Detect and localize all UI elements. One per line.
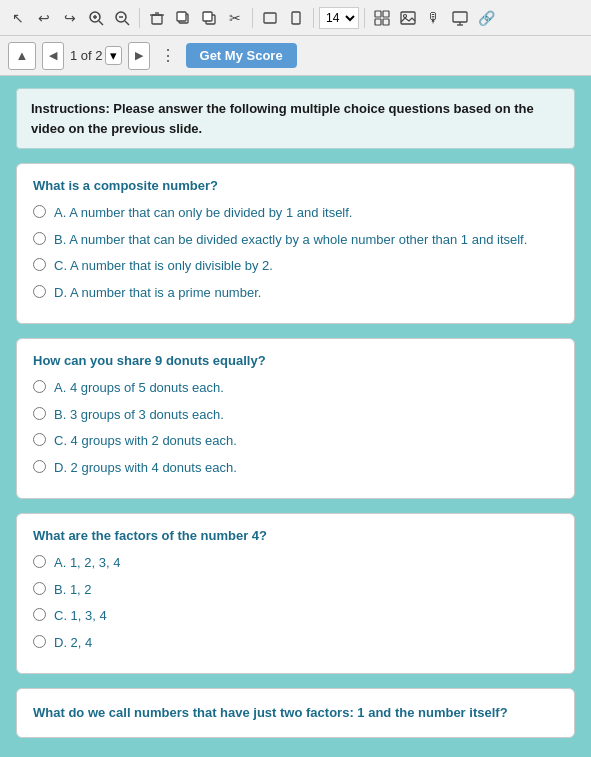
get-score-button[interactable]: Get My Score: [186, 43, 297, 68]
radio-2-b[interactable]: [33, 407, 46, 420]
nav-up-button[interactable]: ▲: [8, 42, 36, 70]
toolbar: ↖ ↩ ↪ ✂: [0, 0, 591, 36]
undo-icon[interactable]: ↩: [32, 6, 56, 30]
mic-icon[interactable]: 🎙: [422, 6, 446, 30]
radio-3-c[interactable]: [33, 608, 46, 621]
svg-line-5: [125, 21, 129, 25]
svg-rect-16: [375, 11, 381, 17]
svg-rect-17: [383, 11, 389, 17]
svg-point-21: [404, 14, 407, 17]
radio-2-a[interactable]: [33, 380, 46, 393]
answer-label-2-d: D. 2 groups with 4 donuts each.: [54, 458, 237, 478]
question-text-3: What are the factors of the number 4?: [33, 528, 558, 543]
answer-label-2-c: C. 4 groups with 2 donuts each.: [54, 431, 237, 451]
page-dropdown[interactable]: ▾: [105, 46, 122, 65]
answer-option-1-c[interactable]: C. A number that is only divisible by 2.: [33, 256, 558, 276]
zoom-in-icon[interactable]: [84, 6, 108, 30]
cursor-tool-icon[interactable]: ↖: [6, 6, 30, 30]
answer-label-1-c: C. A number that is only divisible by 2.: [54, 256, 273, 276]
answer-option-1-d[interactable]: D. A number that is a prime number.: [33, 283, 558, 303]
answer-option-3-d[interactable]: D. 2, 4: [33, 633, 558, 653]
duplicate-icon[interactable]: [171, 6, 195, 30]
question-text-1: What is a composite number?: [33, 178, 558, 193]
nav-more-button[interactable]: ⋮: [156, 46, 180, 65]
answer-label-1-d: D. A number that is a prime number.: [54, 283, 261, 303]
svg-rect-22: [453, 12, 467, 22]
radio-1-b[interactable]: [33, 232, 46, 245]
svg-rect-19: [383, 19, 389, 25]
separator-3: [313, 8, 314, 28]
answer-label-3-a: A. 1, 2, 3, 4: [54, 553, 121, 573]
answer-label-3-d: D. 2, 4: [54, 633, 92, 653]
frame-icon-1[interactable]: [258, 6, 282, 30]
radio-3-a[interactable]: [33, 555, 46, 568]
instructions-box: Instructions: Please answer the followin…: [16, 88, 575, 149]
zoom-select[interactable]: 14 16 18: [319, 7, 359, 29]
answer-option-1-b[interactable]: B. A number that can be divided exactly …: [33, 230, 558, 250]
svg-rect-15: [292, 12, 300, 24]
link-icon[interactable]: 🔗: [474, 6, 498, 30]
separator-4: [364, 8, 365, 28]
svg-line-1: [99, 21, 103, 25]
content-area: Instructions: Please answer the followin…: [0, 76, 591, 757]
nav-prev-button[interactable]: ◀: [42, 42, 64, 70]
image-icon[interactable]: [396, 6, 420, 30]
redo-icon[interactable]: ↪: [58, 6, 82, 30]
nav-bar: ▲ ◀ 1 of 2 ▾ ▶ ⋮ Get My Score: [0, 36, 591, 76]
radio-1-c[interactable]: [33, 258, 46, 271]
svg-rect-7: [152, 15, 162, 24]
separator-1: [139, 8, 140, 28]
page-number-text: 1 of 2: [70, 48, 103, 63]
radio-2-d[interactable]: [33, 460, 46, 473]
instructions-text: Instructions: Please answer the followin…: [31, 101, 534, 136]
answer-option-2-a[interactable]: A. 4 groups of 5 donuts each.: [33, 378, 558, 398]
svg-rect-14: [264, 13, 276, 23]
svg-rect-13: [203, 12, 212, 21]
delete-icon[interactable]: [145, 6, 169, 30]
answer-option-1-a[interactable]: A. A number that can only be divided by …: [33, 203, 558, 223]
answer-option-3-c[interactable]: C. 1, 3, 4: [33, 606, 558, 626]
cut-icon[interactable]: ✂: [223, 6, 247, 30]
question-text-2: How can you share 9 donuts equally?: [33, 353, 558, 368]
question-card-3: What are the factors of the number 4?A. …: [16, 513, 575, 674]
radio-1-d[interactable]: [33, 285, 46, 298]
svg-rect-11: [177, 12, 186, 21]
answer-label-2-b: B. 3 groups of 3 donuts each.: [54, 405, 224, 425]
page-info: 1 of 2 ▾: [70, 46, 122, 65]
answer-label-3-b: B. 1, 2: [54, 580, 92, 600]
radio-2-c[interactable]: [33, 433, 46, 446]
answer-label-2-a: A. 4 groups of 5 donuts each.: [54, 378, 224, 398]
answer-label-3-c: C. 1, 3, 4: [54, 606, 107, 626]
answer-option-2-d[interactable]: D. 2 groups with 4 donuts each.: [33, 458, 558, 478]
question-card-2: How can you share 9 donuts equally?A. 4 …: [16, 338, 575, 499]
svg-rect-20: [401, 12, 415, 24]
answer-option-2-b[interactable]: B. 3 groups of 3 donuts each.: [33, 405, 558, 425]
partial-question-text: What do we call numbers that have just t…: [33, 703, 558, 723]
question-card-1: What is a composite number?A. A number t…: [16, 163, 575, 324]
radio-3-b[interactable]: [33, 582, 46, 595]
monitor-icon[interactable]: [448, 6, 472, 30]
radio-1-a[interactable]: [33, 205, 46, 218]
partial-question-card: What do we call numbers that have just t…: [16, 688, 575, 738]
grid-icon[interactable]: [370, 6, 394, 30]
answer-option-3-b[interactable]: B. 1, 2: [33, 580, 558, 600]
svg-rect-18: [375, 19, 381, 25]
answer-label-1-b: B. A number that can be divided exactly …: [54, 230, 527, 250]
answer-option-2-c[interactable]: C. 4 groups with 2 donuts each.: [33, 431, 558, 451]
copy-icon[interactable]: [197, 6, 221, 30]
answer-option-3-a[interactable]: A. 1, 2, 3, 4: [33, 553, 558, 573]
zoom-out-icon[interactable]: [110, 6, 134, 30]
nav-next-button[interactable]: ▶: [128, 42, 150, 70]
questions-container: What is a composite number?A. A number t…: [16, 163, 575, 674]
separator-2: [252, 8, 253, 28]
answer-label-1-a: A. A number that can only be divided by …: [54, 203, 352, 223]
radio-3-d[interactable]: [33, 635, 46, 648]
frame-icon-2[interactable]: [284, 6, 308, 30]
